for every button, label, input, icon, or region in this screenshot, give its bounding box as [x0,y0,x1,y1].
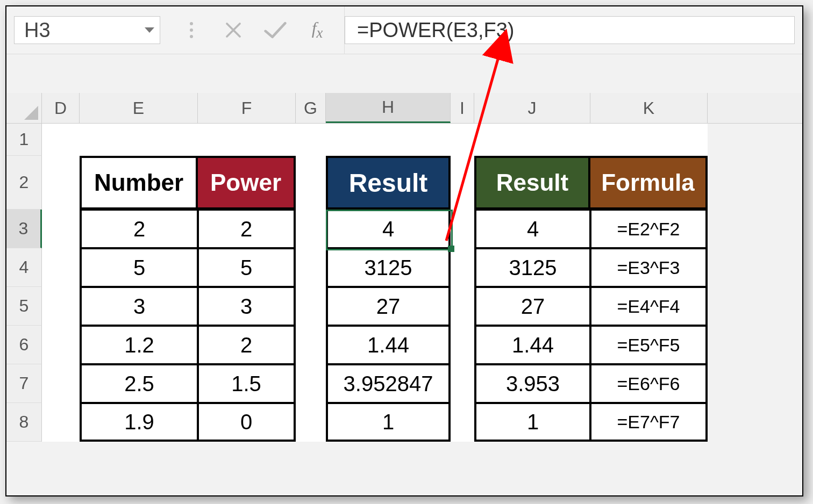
col-header-J[interactable]: J [474,93,590,123]
cell-H3[interactable]: 4 [326,210,451,248]
cell-H5[interactable]: 27 [326,287,451,326]
column-headers: D E F G H I J K [6,93,802,124]
name-box-value: H3 [15,19,51,42]
cell-E8[interactable]: 1.9 [80,403,198,442]
separator-icon [179,17,204,43]
row-header-7[interactable]: 7 [6,364,42,403]
col-header-I[interactable]: I [451,93,474,123]
cell-E6[interactable]: 1.2 [80,326,198,364]
row-header-5[interactable]: 5 [6,287,42,326]
col-header-F[interactable]: F [198,93,296,123]
cell-K8[interactable]: =E7^F7 [590,403,708,442]
cell-J6[interactable]: 1.44 [474,326,590,364]
cell-F3[interactable]: 2 [198,210,296,248]
col-header-E[interactable]: E [80,93,198,123]
cell-K6[interactable]: =E5^F5 [590,326,708,364]
cell-E7[interactable]: 2.5 [80,364,198,403]
name-box-dropdown-icon[interactable] [145,27,154,33]
cell-H4[interactable]: 3125 [326,248,451,287]
cell-F5[interactable]: 3 [198,287,296,326]
header-result[interactable]: Result [326,156,451,210]
formula-text: =POWER(E3,F3) [357,19,514,42]
header-number[interactable]: Number [80,156,198,210]
cell-K7[interactable]: =E6^F6 [590,364,708,403]
sheet-grid[interactable]: 1 2 Number Power Result Result Formula 3… [6,124,802,442]
name-box[interactable]: H3 [14,16,160,44]
header-result2[interactable]: Result [474,156,590,210]
header-power[interactable]: Power [198,156,296,210]
row-header-6[interactable]: 6 [6,326,42,364]
cell-K4[interactable]: =E3^F3 [590,248,708,287]
cell-J4[interactable]: 3125 [474,248,590,287]
col-header-H[interactable]: H [326,93,451,123]
cell-F6[interactable]: 2 [198,326,296,364]
select-all-corner[interactable] [6,93,42,123]
formula-buttons: fx [165,6,345,54]
cell-E3[interactable]: 2 [80,210,198,248]
header-formula[interactable]: Formula [590,156,708,210]
cell-E4[interactable]: 5 [80,248,198,287]
row-header-4[interactable]: 4 [6,248,42,287]
col-header-K[interactable]: K [590,93,708,123]
cell-K3[interactable]: =E2^F2 [590,210,708,248]
formula-bar: H3 fx =POWER(E3,F3) [6,6,802,54]
cell-H8[interactable]: 1 [326,403,451,442]
row-header-1[interactable]: 1 [6,124,42,156]
col-header-D[interactable]: D [42,93,80,123]
cell-J3[interactable]: 4 [474,210,590,248]
enter-icon[interactable] [262,17,288,43]
row-header-3[interactable]: 3 [6,210,42,248]
row-header-2[interactable]: 2 [6,156,42,210]
cell-J5[interactable]: 27 [474,287,590,326]
fx-icon[interactable]: fx [304,17,330,43]
cell-F4[interactable]: 5 [198,248,296,287]
col-header-G[interactable]: G [296,93,326,123]
formula-input[interactable]: =POWER(E3,F3) [345,16,795,44]
cell-J8[interactable]: 1 [474,403,590,442]
cancel-icon[interactable] [220,17,246,43]
cell-H6[interactable]: 1.44 [326,326,451,364]
cell-K5[interactable]: =E4^F4 [590,287,708,326]
cell-J7[interactable]: 3.953 [474,364,590,403]
cell-H7[interactable]: 3.952847 [326,364,451,403]
row-header-8[interactable]: 8 [6,403,42,442]
excel-window: H3 fx =POWER(E3,F3) D E F G H I J K [5,5,803,496]
cell-F8[interactable]: 0 [198,403,296,442]
cell-E5[interactable]: 3 [80,287,198,326]
cell-F7[interactable]: 1.5 [198,364,296,403]
